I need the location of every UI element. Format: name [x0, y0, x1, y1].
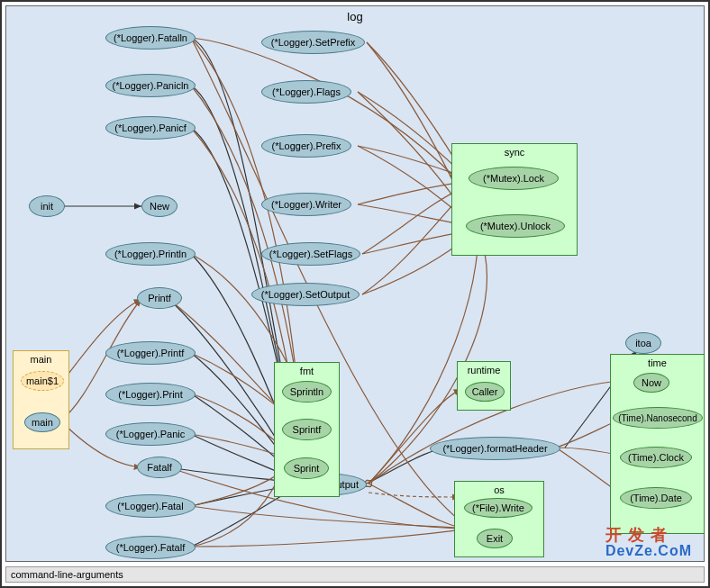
node-sprintf: Sprintf [282, 419, 332, 440]
node-caller: Caller [465, 382, 505, 402]
package-runtime: runtime Caller [457, 361, 511, 411]
node-init: init [29, 195, 65, 217]
package-main: main main$1 main [13, 350, 69, 449]
package-fmt-title: fmt [300, 366, 314, 376]
package-runtime-title: runtime [468, 365, 501, 375]
node-logger-printf: (*Logger).Printf [105, 341, 196, 365]
package-sync: sync (*Mutex).Lock (*Mutex).Unlock [451, 143, 578, 256]
node-main: main [24, 412, 60, 432]
node-new: New [141, 195, 178, 217]
package-time: time Now (Time).Nanosecond (Time).Clock … [610, 354, 705, 534]
node-logger-print: (*Logger).Print [105, 383, 196, 406]
callgraph-diagram: log [0, 0, 710, 588]
node-prefix: (*Logger).Prefix [261, 134, 351, 158]
node-fatalln: (*Logger).Fatalln [105, 26, 196, 50]
node-sprintln: Sprintln [282, 381, 332, 403]
node-now: Now [633, 373, 669, 393]
node-filewrite: (*File).Write [464, 498, 532, 518]
node-main1: main$1 [21, 371, 64, 391]
package-log: log [5, 5, 705, 562]
node-writer: (*Logger).Writer [261, 193, 351, 216]
node-date: (Time).Date [620, 487, 692, 509]
node-unlock: (*Mutex).Unlock [466, 214, 565, 238]
package-log-title: log [347, 10, 362, 23]
node-logger-panic: (*Logger).Panic [105, 422, 196, 446]
node-exit: Exit [477, 529, 513, 548]
node-formatheader: (*Logger).formatHeader [430, 437, 560, 460]
package-main-title: main [31, 354, 52, 365]
node-fatalf: Fatalf [137, 457, 182, 478]
node-logger-fatalf: (*Logger).Fatalf [105, 536, 196, 559]
node-println: (*Logger).Println [105, 242, 196, 266]
node-panicf: (*Logger).Panicf [105, 116, 196, 140]
package-sync-title: sync [505, 147, 525, 158]
node-printf: Printf [137, 287, 182, 309]
node-sprint: Sprint [284, 457, 329, 479]
node-nanosecond: (Time).Nanosecond [613, 407, 703, 429]
node-clock: (Time).Clock [620, 447, 692, 468]
node-itoa: itoa [625, 332, 661, 354]
node-flags: (*Logger).Flags [261, 80, 351, 104]
package-time-title: time [648, 357, 667, 368]
package-os-title: os [494, 484, 505, 495]
package-fmt: fmt Sprintln Sprintf Sprint [274, 362, 340, 497]
node-setflags: (*Logger).SetFlags [261, 242, 360, 266]
node-panicln: (*Logger).Panicln [105, 74, 196, 97]
watermark: 开 发 者 DevZe.CoM [605, 527, 692, 559]
node-logger-fatal: (*Logger).Fatal [105, 494, 196, 518]
node-setoutput: (*Logger).SetOutput [251, 283, 360, 306]
node-lock: (*Mutex).Lock [469, 167, 559, 190]
package-os: os (*File).Write Exit [454, 481, 544, 557]
node-setprefix: (*Logger).SetPrefix [261, 31, 365, 54]
footer-bar: command-line-arguments [5, 566, 705, 583]
